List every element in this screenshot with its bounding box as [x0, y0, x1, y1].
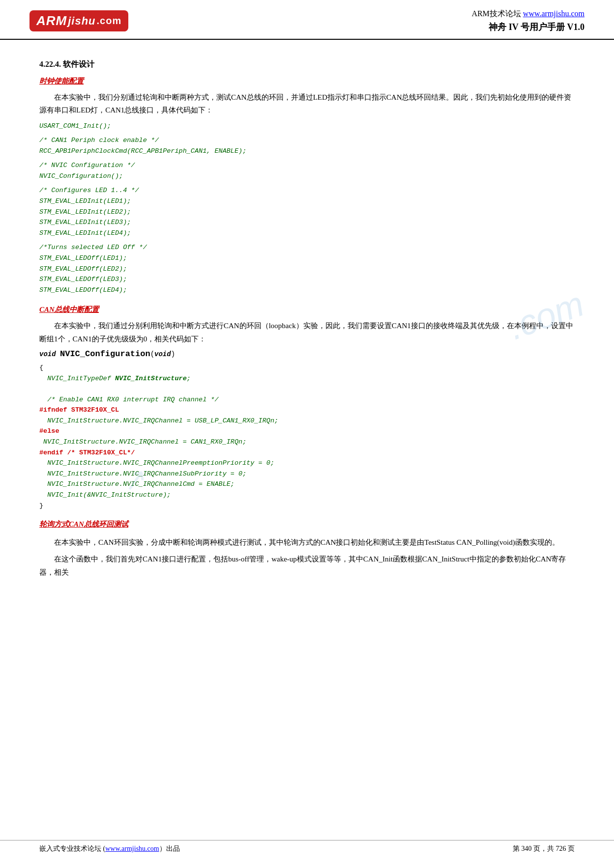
footer-left: 嵌入式专业技术论坛 (www.armjishu.com）出品: [39, 844, 180, 853]
code-usart-init: USART_COM1_Init();: [39, 121, 575, 132]
page-footer: 嵌入式专业技术论坛 (www.armjishu.com）出品 第 340 页，共…: [0, 840, 614, 853]
header-right: ARM技术论坛 www.armjishu.com 神舟 IV 号用户手册 V1.…: [471, 9, 585, 33]
header-website-link[interactable]: www.armjishu.com: [523, 9, 585, 18]
para3b: 在这个函数中，我们首先对CAN1接口进行配置，包括bus-off管理，wake-…: [39, 553, 575, 579]
code-nvic-comment: /* NVIC Configuration */ NVIC_Configurat…: [39, 160, 575, 181]
para3a: 在本实验中，CAN环回实验，分成中断和轮询两种模式进行测试，其中轮询方式的CAN…: [39, 536, 575, 549]
footer-link[interactable]: www.armjishu.com: [105, 845, 159, 852]
subsection3-heading: 轮询方式CAN总线环回测试: [39, 520, 575, 529]
subsection1-heading: 时钟使能配置: [39, 77, 575, 86]
subsection2-heading: CAN总线中断配置: [39, 305, 575, 314]
code-led-off: /*Turns selected LED Off */ STM_EVAL_LED…: [39, 242, 575, 295]
page-header: ARMjishu.com ARM技术论坛 www.armjishu.com 神舟…: [0, 0, 614, 40]
header-manual-title: 神舟 IV 号用户手册 V1.0: [471, 21, 585, 33]
code-led-init: /* Configures LED 1..4 */ STM_EVAL_LEDIn…: [39, 185, 575, 238]
code-fn-body: { NVIC_InitTypeDef NVIC_InitStructure; /…: [39, 363, 575, 511]
kw-void: void: [39, 350, 56, 358]
logo-jishu-text: jishu: [68, 15, 95, 28]
logo-com-text: .com: [97, 15, 122, 27]
para2: 在本实验中，我们通过分别利用轮询和中断方式进行CAN的环回（loopback）实…: [39, 319, 575, 345]
logo-arm-text: ARM: [36, 13, 67, 28]
header-forum-name: ARM技术论坛 www.armjishu.com: [471, 9, 585, 19]
code-can1-clock-comment: /* CAN1 Periph clock enable */ RCC_APB1P…: [39, 135, 575, 156]
main-content: .com ↗ 4.22.4. 软件设计 时钟使能配置 在本实验中，我们分别通过轮…: [0, 40, 614, 622]
logo-area: ARMjishu.com: [29, 10, 128, 31]
fn-name: NVIC_Configuration: [60, 349, 150, 359]
fn-param: (void): [150, 350, 175, 358]
footer-page-number: 第 340 页，共 726 页: [513, 844, 575, 853]
section-heading: 4.22.4. 软件设计: [39, 59, 575, 70]
logo: ARMjishu.com: [29, 10, 128, 31]
para1: 在本实验中，我们分别通过轮询和中断两种方式，测试CAN总线的环回，并通过LED指…: [39, 91, 575, 117]
fn-signature: void NVIC_Configuration(void): [39, 349, 575, 359]
